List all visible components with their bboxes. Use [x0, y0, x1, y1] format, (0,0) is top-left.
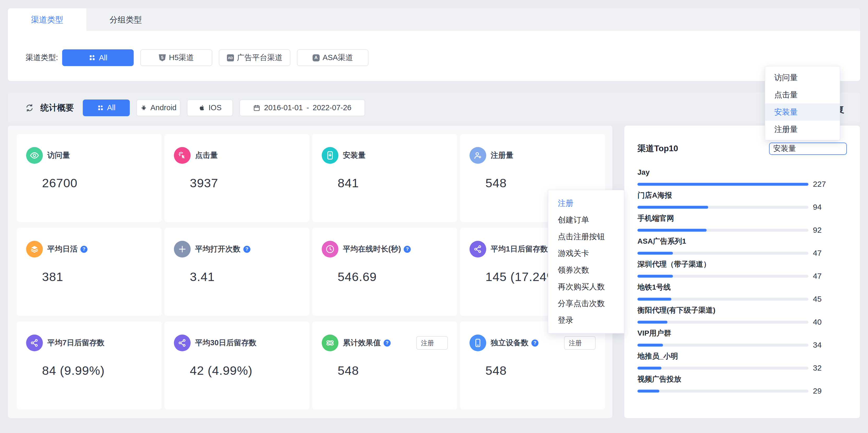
button-label: All: [107, 103, 116, 112]
card-title: 点击量: [195, 150, 218, 161]
dropdown-option-click-register[interactable]: 点击注册按钮: [548, 228, 624, 245]
metric-card-clicks: 点击量 3937: [164, 134, 309, 222]
card-title: 安装量: [343, 150, 366, 161]
channel-value: 29: [813, 386, 822, 395]
top10-metric-select[interactable]: 安装量: [769, 143, 847, 155]
metric-card-visits: 访问量 26700: [17, 134, 162, 222]
metric-card-avg-online-time: 平均在线时长(秒) ? 546.69: [312, 228, 457, 316]
channel-name: 深圳代理（带子渠道）: [638, 260, 847, 269]
chevron-down-icon: [439, 340, 444, 345]
top10-item: 地推员_小明 32: [638, 352, 847, 375]
channel-name: 衡阳代理(有下级子渠道): [638, 306, 847, 315]
dropdown-option-coupon-count[interactable]: 领券次数: [548, 262, 624, 278]
top10-item: VIP用户群 34: [638, 329, 847, 352]
dropdown-option-register[interactable]: 注册: [548, 195, 624, 212]
top10-item: ASA广告系列1 47: [638, 237, 847, 260]
dropdown-option-clicks[interactable]: 点击量: [765, 86, 840, 103]
dropdown-option-registrations[interactable]: 注册量: [765, 121, 840, 138]
tab-group-type[interactable]: 分组类型: [87, 8, 165, 31]
button-label: Android: [150, 103, 177, 112]
card-title: 注册量: [491, 150, 514, 161]
calendar-icon: [253, 104, 260, 112]
channel-filter-ad-button[interactable]: AD 广告平台渠道: [219, 49, 290, 66]
date-range-picker[interactable]: 2016-01-01 - 2022-07-26: [240, 99, 365, 116]
top10-item: 地铁1号线 45: [638, 283, 847, 306]
event-select-dropdown: 注册 创建订单 点击注册按钮 游戏关卡 领券次数 再次购买人数 分享点击次数 登…: [548, 190, 624, 334]
devices-event-select[interactable]: 注册: [564, 336, 596, 350]
top10-list: Jay 227 门店A海报 94 手机端官网 92 ASA广告系列1 47 深圳…: [638, 168, 847, 398]
chevron-down-icon: [836, 146, 842, 152]
card-value: 3937: [190, 176, 300, 190]
dropdown-option-visits[interactable]: 访问量: [765, 69, 840, 86]
channel-filter-asa-button[interactable]: A ASA渠道: [297, 49, 368, 66]
channel-value: 34: [813, 341, 822, 349]
refresh-icon[interactable]: [25, 103, 34, 113]
atom-icon: [322, 335, 338, 351]
card-title: 平均1日后留存数: [491, 244, 548, 254]
help-icon[interactable]: ?: [81, 246, 88, 253]
chevron-down-icon: [587, 340, 592, 345]
help-icon[interactable]: ?: [243, 246, 250, 253]
channel-filter-all-button[interactable]: All: [62, 49, 134, 66]
layers-icon: [26, 241, 43, 257]
stats-summary-title: 统计概要: [40, 102, 74, 114]
plus-icon: [174, 241, 191, 257]
channel-name: 手机端官网: [638, 214, 847, 223]
smartphone-icon: [469, 335, 486, 351]
channel-top10-panel: 渠道Top10 安装量 Jay 227 门店A海报 94 手机端官网 92 AS…: [624, 126, 860, 418]
dropdown-option-create-order[interactable]: 创建订单: [548, 212, 624, 228]
top10-item: 门店A海报 94: [638, 191, 847, 214]
dropdown-option-share-clicks[interactable]: 分享点击次数: [548, 295, 624, 312]
eye-icon: [26, 147, 43, 164]
ad-badge-icon: AD: [227, 54, 234, 61]
card-value: 381: [42, 270, 152, 284]
share-nodes-icon: [26, 335, 43, 351]
top10-title: 渠道Top10: [638, 143, 678, 154]
metric-card-day7-retention: 平均7日后留存数 84 (9.99%): [17, 321, 162, 409]
card-value: 546.69: [338, 270, 448, 284]
date-start: 2016-01-01: [264, 103, 303, 112]
channel-value: 92: [813, 226, 822, 235]
progress-bar: [638, 390, 808, 393]
platform-ios-button[interactable]: IOS: [187, 99, 233, 116]
channel-name: 视频广告投放: [638, 375, 847, 384]
share-nodes-icon: [174, 335, 191, 351]
share-nodes-icon: [469, 241, 486, 257]
dropdown-option-repurchase[interactable]: 再次购买人数: [548, 278, 624, 295]
top10-metric-dropdown: 访问量 点击量 安装量 注册量: [765, 66, 840, 140]
card-value: 841: [338, 176, 448, 190]
tab-channel-type[interactable]: 渠道类型: [8, 8, 87, 31]
card-title: 平均打开次数: [195, 244, 241, 254]
channel-value: 47: [813, 249, 822, 257]
button-label: H5渠道: [169, 53, 194, 63]
metric-card-total-effect: 累计效果值 ? 注册 548: [312, 321, 457, 409]
metric-card-installs: 安装量 841: [312, 134, 457, 222]
channel-type-filter-row: 渠道类型: All 5 H5渠道 AD 广告平台渠道 A ASA渠道: [8, 49, 860, 66]
channel-type-label: 渠道类型:: [26, 53, 58, 63]
app-store-icon: A: [313, 54, 320, 61]
progress-bar: [638, 229, 808, 231]
platform-all-button[interactable]: All: [83, 99, 130, 116]
channel-value: 40: [813, 317, 822, 327]
card-title: 累计效果值: [343, 338, 381, 348]
user-plus-icon: [469, 147, 486, 164]
platform-android-button[interactable]: Android: [136, 99, 181, 116]
help-icon[interactable]: ?: [531, 340, 538, 346]
channel-name: 门店A海报: [638, 191, 847, 200]
channel-value: 47: [813, 272, 822, 280]
cursor-click-icon: [174, 147, 191, 164]
card-value: 84 (9.99%): [42, 363, 152, 378]
help-icon[interactable]: ?: [404, 246, 411, 253]
progress-bar: [638, 206, 808, 209]
progress-bar: [638, 344, 808, 346]
dropdown-option-installs[interactable]: 安装量: [765, 103, 840, 121]
dropdown-option-login[interactable]: 登录: [548, 312, 624, 329]
dropdown-option-game-level[interactable]: 游戏关卡: [548, 245, 624, 262]
channel-filter-h5-button[interactable]: 5 H5渠道: [140, 49, 212, 66]
help-icon[interactable]: ?: [383, 340, 391, 346]
progress-bar: [638, 252, 808, 255]
card-title: 平均30日后留存数: [195, 338, 256, 348]
effect-event-select[interactable]: 注册: [416, 336, 448, 350]
phone-download-icon: [322, 147, 338, 164]
channel-value: 94: [813, 203, 822, 212]
